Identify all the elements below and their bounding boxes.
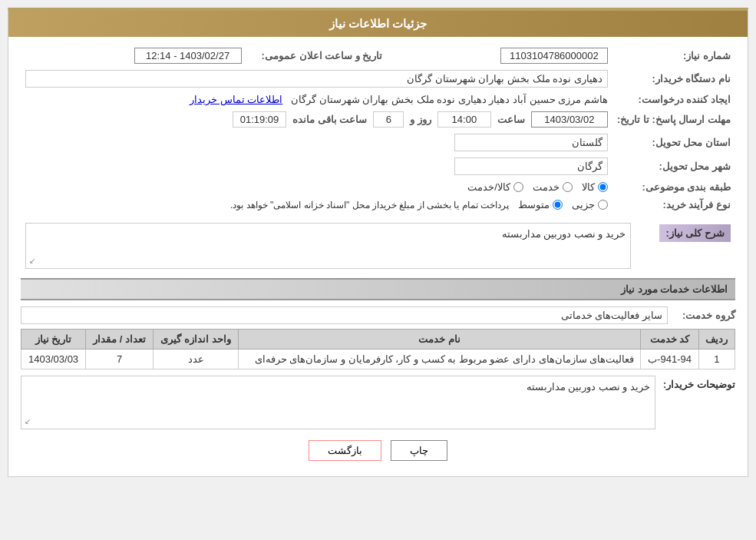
nooe-farayand-note: پرداخت تمام یا بخشی از مبلغ خریداز محل "…: [230, 200, 509, 210]
services-table: ردیف کد خدمت نام خدمت واحد اندازه گیری ت…: [21, 329, 735, 369]
shahr-value: گرگان: [21, 154, 612, 178]
card-header: جزئیات اطلاعات نیاز: [8, 11, 748, 37]
ijad-konande-value: هاشم مرزی حسین آباد دهیار دهیاری نوده مل…: [21, 91, 612, 108]
tabaqe-kala-option[interactable]: کالا: [582, 181, 608, 193]
saat-label: ساعت: [497, 114, 525, 125]
group-service-row: گروه خدمت: سایر فعالیت‌های خدماتی: [21, 306, 735, 324]
tarikh-ealaan-box: 1403/02/27 - 12:14: [134, 48, 242, 64]
mohlat-label: مهلت ارسال پاسخ: تا تاریخ:: [612, 108, 735, 131]
tabaqe-radio-group: کالا خدمت کالا/خدمت: [25, 181, 608, 193]
ostan-label: استان محل تحویل:: [612, 131, 735, 154]
page-title: جزئیات اطلاعات نیاز: [329, 17, 427, 30]
bottom-buttons: چاپ بازگشت: [21, 440, 735, 461]
ostan-box: گلستان: [454, 134, 608, 151]
cell-radif: 1: [698, 350, 735, 369]
col-tarikh: تاریخ نیاز: [21, 330, 86, 350]
baqi-box: 01:19:09: [233, 111, 286, 128]
sharh-value-cell: خرید و نصب دوربین مداربسته ↙: [21, 220, 636, 272]
page-container: جزئیات اطلاعات نیاز شماره نیاز: 11031047…: [0, 0, 756, 540]
shomara-niaz-value: 1103104786000002: [387, 45, 612, 67]
table-row: 1 941-94-ب فعالیت‌های سازمان‌های دارای ع…: [21, 350, 735, 369]
tawzih-box: خرید و نصب دوربین مداربسته ↙: [21, 376, 655, 429]
sharh-table: شرح کلی نیاز: خرید و نصب دوربین مداربسته…: [21, 220, 735, 272]
rooz-box: 6: [373, 111, 404, 128]
tabaqe-khadamat-option[interactable]: خدمت: [533, 181, 573, 193]
tabaqe-kala-khadamat-option[interactable]: کالا/خدمت: [467, 181, 523, 193]
tawzih-label: توضیحات خریدار:: [663, 376, 735, 390]
sharh-section-header: شرح کلی نیاز:: [659, 224, 731, 242]
col-name: نام خدمت: [239, 330, 641, 350]
baqi-label: ساعت باقی مانده: [292, 114, 367, 125]
col-vahed: واحد اندازه گیری: [154, 330, 239, 350]
nam-dastgah-value: دهیاری نوده ملک بخش بهاران شهرستان گرگان: [21, 67, 612, 91]
rooz-label: روز و: [410, 114, 431, 125]
nam-dastgah-label: نام دستگاه خریدار:: [612, 67, 735, 91]
group-khadamat-box: سایر فعالیت‌های خدماتی: [21, 306, 668, 324]
card-body: شماره نیاز: 1103104786000002 تاریخ و ساع…: [8, 37, 748, 476]
tarikh-ealaan-value: 1403/02/27 - 12:14: [21, 45, 246, 67]
top-info-table: شماره نیاز: 1103104786000002 تاریخ و ساع…: [21, 45, 735, 214]
cell-vahed: عدد: [154, 350, 239, 369]
sharh-box: خرید و نصب دوربین مداربسته ↙: [25, 223, 631, 269]
time-row: 1403/03/02 ساعت 14:00 روز و 6 ساعت باقی …: [25, 111, 608, 128]
tarikh-ealaan-label: تاریخ و ساعت اعلان عمومی:: [246, 45, 388, 67]
etelaat-khadamat-header: اطلاعات خدمات مورد نیاز: [21, 278, 735, 300]
print-button[interactable]: چاپ: [391, 440, 447, 461]
date-box: 1403/03/02: [531, 111, 608, 128]
cell-tedad: 7: [86, 350, 154, 369]
ostan-value: گلستان: [21, 131, 612, 154]
sharh-label: شرح کلی نیاز:: [636, 220, 735, 272]
shahr-label: شهر محل تحویل:: [612, 154, 735, 178]
tabaqe-options: کالا خدمت کالا/خدمت: [21, 178, 612, 196]
main-card: جزئیات اطلاعات نیاز شماره نیاز: 11031047…: [8, 8, 748, 477]
ijad-konande-label: ایجاد کننده درخواست:: [612, 91, 735, 108]
group-khadamat-label: گروه خدمت:: [674, 310, 735, 321]
shahr-box: گرگان: [454, 157, 608, 175]
saat-box: 14:00: [437, 111, 491, 128]
cell-tarikh: 1403/03/03: [21, 350, 86, 369]
back-button[interactable]: بازگشت: [309, 440, 381, 461]
nam-dastgah-box: دهیاری نوده ملک بخش بهاران شهرستان گرگان: [25, 70, 608, 88]
nooe-motevaset-option[interactable]: متوسط: [518, 199, 563, 210]
col-radif: ردیف: [698, 330, 735, 350]
nooe-motevaset-radio[interactable]: [553, 200, 563, 210]
tabaqe-kala-radio[interactable]: [598, 182, 608, 192]
tabaqe-khadamat-radio[interactable]: [563, 182, 573, 192]
shomara-niaz-label: شماره نیاز:: [612, 45, 735, 67]
tabaqe-kala-khadamat-radio[interactable]: [513, 182, 523, 192]
tawzih-section: توضیحات خریدار: خرید و نصب دوربین مداربس…: [21, 376, 735, 429]
nooe-jozii-radio[interactable]: [598, 200, 608, 210]
col-tedad: تعداد / مقدار: [86, 330, 154, 350]
resize-arrow-tawzih: ↙: [25, 417, 31, 426]
nooe-farayand-label: نوع فرآیند خرید:: [612, 196, 735, 214]
nooe-farayand-radio-group: جزیی متوسط: [518, 199, 608, 210]
mohlat-row: 1403/03/02 ساعت 14:00 روز و 6 ساعت باقی …: [21, 108, 612, 131]
nooe-jozii-option[interactable]: جزیی: [572, 199, 608, 210]
shomara-niaz-box: 1103104786000002: [500, 48, 608, 64]
etelaat-tamas-link[interactable]: اطلاعات تماس خریدار: [190, 94, 282, 105]
cell-name: فعالیت‌های سازمان‌های دارای عضو مربوط به…: [239, 350, 641, 369]
col-kod: کد خدمت: [641, 330, 699, 350]
nooe-farayand-row: جزیی متوسط پرداخت تمام یا بخشی از مبلغ خ…: [21, 196, 612, 214]
resize-arrow: ↙: [29, 257, 35, 265]
cell-kod: 941-94-ب: [641, 350, 699, 369]
tabaqe-label: طبقه بندی موضوعی:: [612, 178, 735, 196]
